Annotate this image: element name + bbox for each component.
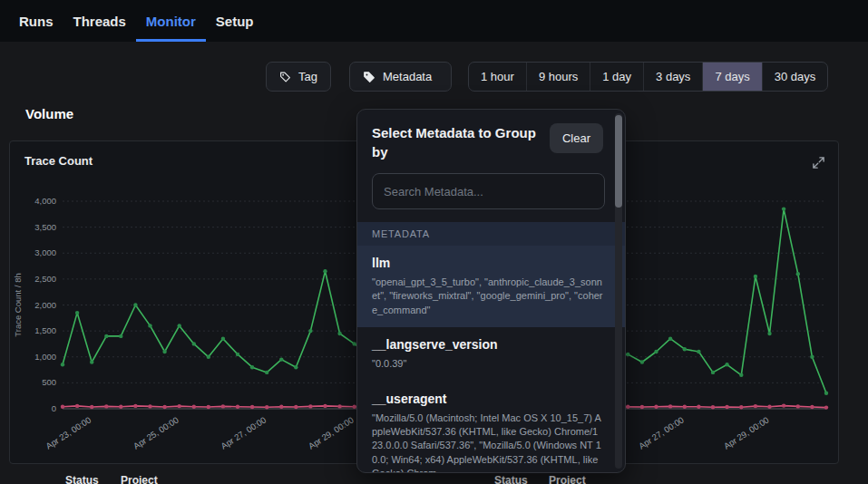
clear-button[interactable]: Clear — [550, 123, 603, 153]
popup-title: Select Metadata to Group by — [372, 123, 540, 161]
metadata-filter-button[interactable]: Metadata — [349, 62, 452, 92]
tag-button-label: Tag — [298, 70, 317, 83]
svg-text:1,500: 1,500 — [34, 325, 56, 335]
metadata-values: "Mozilla/5.0 (Macintosh; Intel Mac OS X … — [372, 411, 603, 473]
svg-text:Apr 23, 00:00: Apr 23, 00:00 — [44, 414, 93, 450]
section-title: Volume — [25, 106, 73, 121]
metadata-values: "0.0.39" — [372, 357, 603, 371]
popup-scrollbar-thumb[interactable] — [615, 115, 622, 208]
svg-text:2,500: 2,500 — [34, 274, 56, 284]
svg-text:500: 500 — [42, 377, 56, 387]
range-1-hour[interactable]: 1 hour — [469, 63, 526, 91]
range-1-day[interactable]: 1 day — [590, 63, 643, 91]
metadata-group-popup: Select Metadata to Group by Clear METADA… — [356, 109, 626, 473]
svg-text:3,000: 3,000 — [34, 247, 56, 257]
breakdown-header-project: Project — [121, 474, 158, 484]
monitor-page: Runs Threads Monitor Setup Tag Metadata … — [0, 0, 868, 484]
svg-text:Apr 29, 00:00: Apr 29, 00:00 — [307, 414, 356, 450]
metadata-section-label: METADATA — [357, 222, 625, 246]
svg-text:Apr 27, 00:00: Apr 27, 00:00 — [637, 414, 686, 450]
tab-setup[interactable]: Setup — [206, 0, 264, 42]
popup-scrollbar[interactable] — [615, 113, 622, 469]
svg-text:0: 0 — [52, 403, 56, 413]
metadata-option-useragent[interactable]: __useragent "Mozilla/5.0 (Macintosh; Int… — [357, 382, 625, 473]
svg-text:1,000: 1,000 — [34, 352, 56, 362]
range-7-days[interactable]: 7 days — [702, 63, 761, 91]
breakdown-header-status: Status — [494, 474, 528, 484]
tag-icon — [363, 71, 375, 83]
svg-text:Apr 25, 00:00: Apr 25, 00:00 — [132, 414, 180, 450]
svg-text:4,000: 4,000 — [34, 196, 56, 206]
metadata-option-langserve-version[interactable]: __langserve_version "0.0.39" — [357, 327, 625, 381]
top-nav: Runs Threads Monitor Setup — [0, 0, 868, 42]
tab-monitor[interactable]: Monitor — [136, 0, 206, 42]
range-30-days[interactable]: 30 days — [762, 63, 828, 91]
metadata-values: "openai_gpt_3_5_turbo", "anthropic_claud… — [372, 276, 603, 317]
search-metadata-input[interactable] — [372, 173, 605, 209]
tag-icon — [279, 71, 291, 83]
tab-threads[interactable]: Threads — [63, 0, 136, 42]
svg-text:2,000: 2,000 — [34, 300, 56, 310]
metadata-button-label: Metadata — [383, 70, 432, 83]
metadata-key: llm — [372, 256, 603, 270]
time-range-selector: 1 hour 9 hours 1 day 3 days 7 days 30 da… — [468, 62, 828, 92]
tag-filter-button[interactable]: Tag — [266, 62, 331, 92]
tab-runs[interactable]: Runs — [9, 0, 63, 42]
svg-text:Apr 29, 00:00: Apr 29, 00:00 — [722, 414, 771, 450]
range-9-hours[interactable]: 9 hours — [526, 63, 590, 91]
metadata-key: __useragent — [372, 392, 603, 406]
metadata-key: __langserve_version — [372, 337, 603, 352]
svg-text:Apr 27, 00:00: Apr 27, 00:00 — [219, 414, 268, 450]
expand-icon[interactable] — [812, 156, 825, 169]
breakdown-header-project: Project — [549, 474, 586, 484]
breakdown-header-status: Status — [65, 474, 99, 484]
svg-text:3,500: 3,500 — [34, 222, 56, 232]
metadata-option-llm[interactable]: llm "openai_gpt_3_5_turbo", "anthropic_c… — [357, 246, 625, 327]
svg-text:Trace Count / 8h: Trace Count / 8h — [13, 273, 23, 336]
range-3-days[interactable]: 3 days — [643, 63, 702, 91]
